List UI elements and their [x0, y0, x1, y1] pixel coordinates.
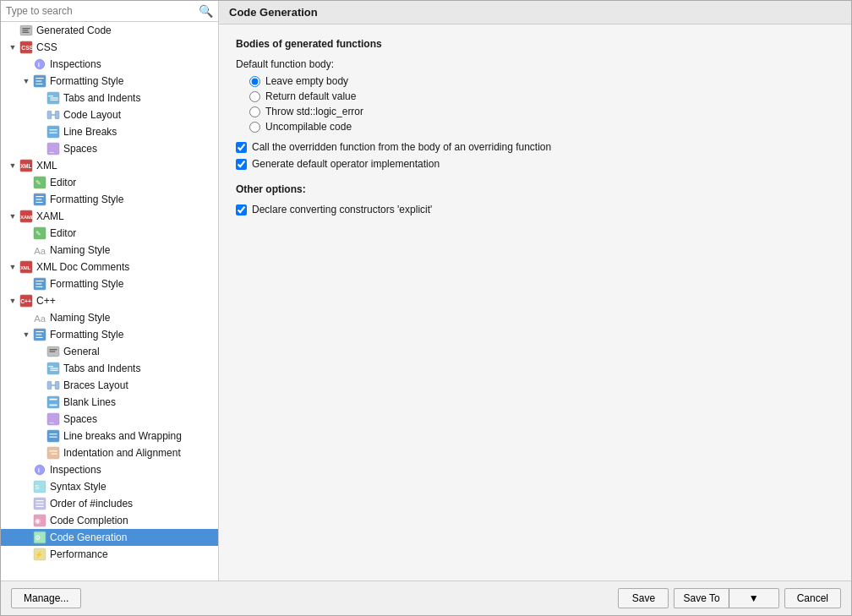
arrow-cpp-formatting: ▼ [21, 330, 31, 340]
label-cpp-line-breaks: Line breaks and Wrapping [63, 430, 182, 442]
svg-text:XML: XML [20, 265, 31, 270]
tree-item-cpp-formatting[interactable]: ▼ Formatting Style [1, 326, 218, 343]
icon-xaml-editor: ✎ [33, 226, 46, 240]
arrow-xml-editor [21, 177, 31, 188]
arrow-cpp-completion [21, 515, 31, 526]
icon-xaml-naming: Aa [33, 243, 46, 257]
arrow-xml-doc-formatting [21, 279, 31, 289]
tree-item-css-code-layout[interactable]: Code Layout [1, 106, 218, 123]
label-leave-empty: Leave empty body [265, 75, 348, 87]
svg-text:Aa: Aa [34, 246, 46, 256]
tree-item-cpp-indent[interactable]: Indentation and Alignment [1, 444, 218, 461]
icon-css-line-breaks [46, 125, 60, 139]
label-cpp-performance: Performance [50, 548, 108, 560]
save-to-button[interactable]: Save To [674, 588, 728, 608]
tree-item-cpp-completion[interactable]: ◉ Code Completion [1, 512, 218, 529]
label-cpp-tabs: Tabs and Indents [63, 363, 140, 374]
save-button[interactable]: Save [618, 588, 669, 608]
label-cpp-syntax: Syntax Style [50, 481, 106, 493]
save-to-arrow-button[interactable]: ▼ [729, 588, 779, 608]
tree-item-xaml[interactable]: ▼ XAML XAML [1, 208, 218, 225]
label-cpp-spaces: Spaces [63, 413, 97, 425]
checkbox-call-overridden[interactable] [236, 142, 247, 153]
cancel-button[interactable]: Cancel [784, 588, 841, 608]
label-cpp-naming: Naming Style [50, 312, 110, 324]
icon-cpp-indent [46, 446, 60, 460]
tree-item-cpp[interactable]: ▼ C++ C++ [1, 292, 218, 309]
tree-item-cpp-blank-lines[interactable]: Blank Lines [1, 394, 218, 411]
radio-uncompilable[interactable] [249, 122, 260, 133]
label-xaml: XAML [36, 210, 64, 222]
tree-item-xaml-naming[interactable]: Aa Naming Style [1, 242, 218, 259]
tree-item-xml-doc-formatting[interactable]: Formatting Style [1, 275, 218, 292]
svg-text:CSS: CSS [21, 45, 33, 51]
svg-text:S: S [35, 483, 39, 491]
tree-item-cpp-performance[interactable]: ⚡ Performance [1, 546, 218, 563]
svg-text:_: _ [48, 415, 54, 423]
arrow-xml-formatting [21, 194, 31, 204]
tree-item-css-inspections[interactable]: i Inspections [1, 56, 218, 73]
settings-dialog: 🔍 Generated Code ▼ CSS CSS [0, 0, 852, 616]
radio-item-leave-empty: Leave empty body [249, 75, 834, 87]
icon-generated-code [19, 24, 33, 37]
tree-item-xml-formatting[interactable]: Formatting Style [1, 191, 218, 208]
tree-item-cpp-order[interactable]: Order of #includes [1, 495, 218, 512]
tree-item-cpp-line-breaks[interactable]: Line breaks and Wrapping [1, 428, 218, 444]
tree-item-xaml-editor[interactable]: ✎ Editor [1, 225, 218, 242]
icon-cpp-performance: ⚡ [33, 548, 46, 561]
tree-item-cpp-generation[interactable]: ⚙ Code Generation [1, 529, 218, 546]
checkbox-item-gen-default-op: Generate default operator implementation [236, 158, 834, 170]
label-gen-default-op: Generate default operator implementation [252, 158, 440, 170]
arrow-xaml: ▼ [8, 211, 18, 221]
arrow-cpp-braces [35, 380, 45, 390]
icon-cpp-inspections: i [33, 463, 46, 477]
icon-xml: XML [19, 159, 33, 172]
checkbox-item-declare-explicit: Declare converting constructors 'explici… [236, 204, 834, 215]
label-uncompilable: Uncompilable code [265, 121, 352, 133]
radio-return-default[interactable] [249, 91, 260, 102]
tree-item-cpp-inspections[interactable]: i Inspections [1, 461, 218, 478]
radio-leave-empty[interactable] [249, 76, 260, 87]
tree-item-css[interactable]: ▼ CSS CSS [1, 39, 218, 56]
svg-point-6 [35, 59, 44, 68]
tree-item-xml-editor[interactable]: ✎ Editor [1, 174, 218, 191]
icon-xml-formatting [33, 193, 46, 206]
tree-item-css-spaces[interactable]: _ Spaces [1, 140, 218, 157]
checkbox-declare-explicit[interactable] [236, 204, 247, 215]
svg-text:i: i [38, 466, 40, 474]
radio-throw-logic[interactable] [249, 106, 260, 117]
tree-item-cpp-spaces[interactable]: _ Spaces [1, 411, 218, 428]
icon-css: CSS [19, 41, 33, 54]
arrow-cpp-tabs [35, 363, 45, 373]
tree-item-xml[interactable]: ▼ XML XML [1, 157, 218, 174]
label-xml-editor: Editor [50, 177, 76, 188]
tree-item-cpp-braces[interactable]: Braces Layout [1, 377, 218, 394]
tree-item-css-formatting[interactable]: ▼ Formatting Style [1, 73, 218, 90]
tree-item-cpp-general[interactable]: General [1, 343, 218, 360]
svg-text:C++: C++ [20, 298, 31, 304]
label-cpp-completion: Code Completion [50, 515, 128, 526]
checkbox-gen-default-op[interactable] [236, 159, 247, 170]
tree-item-cpp-syntax[interactable]: S Syntax Style [1, 478, 218, 495]
right-panel: Code Generation Bodies of generated func… [219, 1, 851, 581]
tree-item-xml-doc[interactable]: ▼ XML XML Doc Comments [1, 259, 218, 275]
bottom-bar-right: Save Save To ▼ Cancel [618, 588, 841, 608]
tree-item-cpp-naming[interactable]: Aa Naming Style [1, 309, 218, 326]
svg-rect-17 [55, 111, 59, 118]
icon-xml-doc-formatting [33, 277, 46, 291]
tree-item-css-tabs[interactable]: Tabs and Indents [1, 90, 218, 106]
arrow-xml-doc: ▼ [8, 262, 18, 272]
svg-text:Aa: Aa [34, 313, 46, 324]
arrow-cpp-general [35, 346, 45, 357]
tree-item-generated-code[interactable]: Generated Code [1, 22, 218, 39]
arrow-xaml-naming [21, 245, 31, 255]
icon-css-spaces: _ [46, 142, 60, 155]
label-cpp-inspections: Inspections [50, 464, 101, 476]
tree-item-cpp-tabs[interactable]: Tabs and Indents [1, 360, 218, 377]
label-css-formatting: Formatting Style [50, 75, 123, 87]
svg-rect-68 [47, 447, 59, 459]
icon-cpp-tabs [46, 362, 60, 375]
tree-item-css-line-breaks[interactable]: Line Breaks [1, 123, 218, 140]
manage-button[interactable]: Manage... [11, 588, 81, 608]
search-input[interactable] [6, 5, 199, 17]
